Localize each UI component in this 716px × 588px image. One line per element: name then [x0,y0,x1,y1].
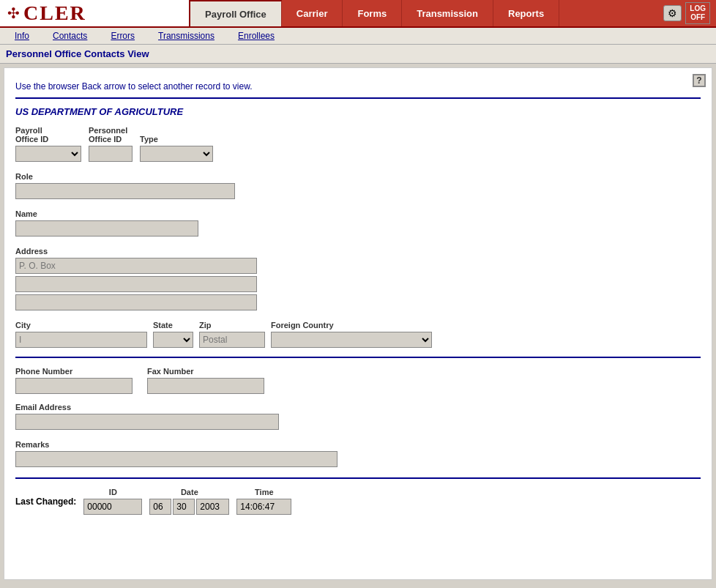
top-fields-row: PayrollOffice ID PersonnelOffice ID Type [15,126,701,162]
payroll-office-id-select[interactable] [15,146,81,162]
address-line3-input[interactable] [15,294,257,310]
personnel-office-id-label: PersonnelOffice ID [89,126,133,144]
payroll-office-id-label: PayrollOffice ID [15,126,81,144]
sub-nav: Info Contacts Errors Transmissions Enrol… [0,28,716,45]
logo-area: ✣ CLER [0,0,190,26]
header: ✣ CLER Payroll Office Carrier Forms Tran… [0,0,716,28]
log-off-button[interactable]: LOGOFF [685,2,710,24]
phone-input[interactable] [15,378,133,394]
logo-text: CLER [23,1,86,25]
divider2 [15,477,701,479]
email-input[interactable] [15,414,279,430]
remarks-label: Remarks [15,440,701,449]
tab-payroll-office[interactable]: Payroll Office [190,0,282,26]
phone-label: Phone Number [15,367,133,376]
date-month-input [149,499,171,515]
state-label: State [153,321,193,330]
city-label: City [15,321,147,330]
name-section: Name [15,209,701,237]
date-year-input [196,499,229,515]
fax-label: Fax Number [147,367,264,376]
id-label: ID [109,488,117,496]
header-actions: ⚙ LOGOFF [657,0,716,26]
name-label: Name [15,209,701,218]
payroll-office-id-group: PayrollOffice ID [15,126,81,162]
foreign-country-label: Foreign Country [271,321,432,330]
phone-group: Phone Number [15,367,133,394]
type-select[interactable] [140,146,213,162]
zip-label: Zip [199,321,265,330]
address-label: Address [15,247,701,256]
type-label: Type [140,135,213,144]
address-section: Address [15,247,701,310]
cler-icon: ✣ [7,4,20,22]
city-state-zip-row: City State Zip Foreign Country [15,321,701,348]
divider1 [15,357,701,358]
last-changed-id-input [83,499,142,515]
instruction-text: Use the browser Back arrow to select ano… [15,75,701,99]
tab-transmission[interactable]: Transmission [402,0,493,26]
tab-carrier[interactable]: Carrier [282,0,343,26]
address-line2-input[interactable] [15,276,257,292]
time-label: Time [255,488,273,496]
email-label: Email Address [15,403,701,412]
personnel-office-id-group: PersonnelOffice ID [89,126,133,162]
type-group: Type [140,135,213,162]
foreign-country-group: Foreign Country [271,321,432,348]
phone-fax-row: Phone Number Fax Number [15,367,701,394]
help-icon[interactable]: ? [693,74,706,87]
foreign-country-select[interactable] [271,332,432,348]
city-group: City [15,321,147,348]
tab-reports[interactable]: Reports [493,0,559,26]
content-area: ? Use the browser Back arrow to select a… [4,67,712,580]
state-group: State [153,321,193,348]
personnel-office-id-input[interactable] [89,146,133,162]
nav-tabs: Payroll Office Carrier Forms Transmissio… [190,0,657,26]
address-fields [15,258,701,310]
role-input[interactable] [15,183,235,199]
state-select[interactable] [153,332,193,348]
remarks-section: Remarks [15,440,701,467]
last-changed-row: Last Changed: ID Date Time [15,488,701,515]
city-input[interactable] [15,332,147,348]
date-day-input [173,499,195,515]
last-changed-id-group: ID [83,488,142,515]
subnav-transmissions[interactable]: Transmissions [147,28,225,44]
subnav-contacts[interactable]: Contacts [42,28,98,44]
last-changed-time-group: Time [236,488,291,515]
fax-input[interactable] [147,378,264,394]
date-parts [149,499,229,515]
fax-group: Fax Number [147,367,264,394]
address-line1-input[interactable] [15,258,257,274]
time-input [236,499,291,515]
subnav-info[interactable]: Info [4,28,40,44]
email-section: Email Address [15,403,701,430]
subnav-enrollees[interactable]: Enrollees [227,28,286,44]
settings-button[interactable]: ⚙ [663,5,682,21]
zip-group: Zip [199,321,265,348]
role-label: Role [15,172,701,181]
page-title: Personnel Office Contacts View [6,48,149,59]
org-name: US DEPARTMENT OF AGRICULTURE [15,106,701,117]
last-changed-date-group: Date [149,488,229,515]
zip-input[interactable] [199,332,265,348]
tab-forms[interactable]: Forms [343,0,402,26]
page-title-bar: Personnel Office Contacts View [0,45,716,64]
last-changed-label: Last Changed: [15,496,76,507]
subnav-errors[interactable]: Errors [100,28,146,44]
role-section: Role [15,172,701,199]
date-label: Date [181,488,198,496]
name-input[interactable] [15,220,198,237]
remarks-input[interactable] [15,451,338,467]
